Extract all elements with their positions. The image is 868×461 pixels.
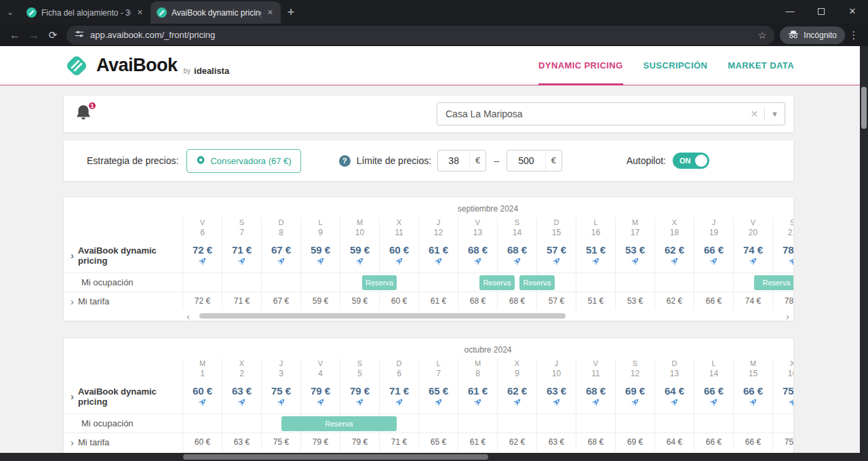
strategy-button[interactable]: Conservadora (67 €) [186,149,300,173]
dynamic-price-cell[interactable]: 63 € [537,379,576,414]
minimize-button[interactable]: — [774,0,806,22]
dynamic-price-cell[interactable]: 68 € [458,238,497,273]
avaibook-logo[interactable]: AvaiBook by idealista [63,52,229,79]
reserva-badge[interactable]: Reserva [281,416,397,431]
dynamic-price-cell[interactable]: 61 € [458,379,497,414]
nav-dynamic-pricing[interactable]: DYNAMIC PRICING [538,46,623,85]
help-icon[interactable]: ? [339,155,351,167]
vertical-scroll-thumb[interactable] [861,87,867,129]
reserva-badge[interactable]: Reserva [362,275,397,290]
dynamic-price-cell[interactable]: 75 € [773,379,793,414]
horizontal-scroll-thumb[interactable] [183,454,488,460]
nav-market-data[interactable]: MARKET DATA [728,46,794,85]
dynamic-price-cell[interactable]: 79 € [340,379,379,414]
property-select-value: Casa La Mariposa [446,108,523,119]
notifications-bell[interactable]: 1 [75,104,95,124]
dynamic-price-cell[interactable]: 62 € [655,238,694,273]
max-price-value[interactable]: 500 [507,155,545,166]
bookmark-star-icon[interactable]: ☆ [758,30,767,41]
dynamic-price-cell[interactable]: 74 € [734,238,772,273]
dynamic-price-cell[interactable]: 68 € [576,379,615,414]
close-icon[interactable]: ✕ [266,7,275,18]
close-icon[interactable]: ✕ [136,7,144,18]
dynamic-price-cell[interactable]: 59 € [301,238,340,273]
dynamic-price-cell[interactable]: 57 € [537,238,576,273]
url-text[interactable]: app.avaibook.com/_front/pricing [90,30,752,40]
day-column: X1862 €62 € [654,218,694,310]
dynamic-price-cell[interactable]: 51 € [576,238,615,273]
vertical-scrollbar[interactable] [860,46,868,461]
browser-tab-ficha[interactable]: Ficha del alojamiento - 368962 ✕ [20,1,151,24]
dynamic-price-cell[interactable]: 71 € [222,238,261,273]
dynamic-price-cell[interactable]: 59 € [340,238,379,273]
back-icon[interactable]: ← [5,26,24,45]
day-column: J375 €75 € [261,359,300,451]
dynamic-price-cell[interactable]: 62 € [498,379,536,414]
dynamic-price-cell[interactable]: 63 € [222,379,261,414]
dynamic-price-cell[interactable]: 79 € [301,379,340,414]
nav-suscripcion[interactable]: SUSCRIPCIÓN [644,46,708,85]
rocket-icon [709,397,719,407]
chevron-down-icon[interactable]: ▼ [771,110,778,118]
currency-suffix: € [469,151,486,171]
reload-icon[interactable]: ⟳ [43,26,62,45]
forward-icon[interactable]: → [24,26,43,45]
min-price-value[interactable]: 38 [438,155,469,166]
reserva-badge[interactable]: Reserva [479,275,515,290]
row-label-tarifa[interactable]: › Mi tarifa [64,292,182,310]
day-column: D1557 €57 € [536,218,576,310]
scroll-thumb[interactable] [199,313,566,319]
chevron-right-icon[interactable]: › [71,250,74,260]
dynamic-price-cell[interactable]: 68 € [498,238,536,273]
dynamic-price: 68 € [586,385,606,397]
day-number-label: 20 [734,227,772,238]
min-price-input[interactable]: 38 € [437,150,486,172]
row-label-dynamic-pricing[interactable]: › AvaiBook dynamic pricing [64,238,182,273]
autopilot-toggle[interactable]: ON [673,153,709,169]
dynamic-price-cell[interactable]: 64 € [655,379,694,414]
dynamic-price-cell[interactable]: 60 € [183,379,222,414]
dynamic-price-cell[interactable]: 69 € [616,379,654,414]
chevron-right-icon[interactable]: › [71,296,74,306]
close-window-button[interactable]: ✕ [837,0,868,22]
property-select[interactable]: Casa La Mariposa ✕ ▼ [437,102,785,125]
dynamic-price-cell[interactable]: 66 € [734,379,772,414]
day-column: X1675 €75 € [772,359,793,451]
max-price-input[interactable]: 500 € [507,150,562,172]
dynamic-price-cell[interactable]: 60 € [380,238,418,273]
maximize-button[interactable] [806,0,837,22]
dynamic-price-cell[interactable]: 75 € [262,379,300,414]
clear-icon[interactable]: ✕ [750,108,758,119]
url-bar[interactable]: app.avaibook.com/_front/pricing ☆ [66,26,774,45]
dynamic-price-cell[interactable]: 53 € [616,238,654,273]
dynamic-price-cell[interactable]: 67 € [262,238,300,273]
tarifa-price: 62 € [498,433,536,451]
new-tab-button[interactable]: + [281,2,301,22]
tarifa-price: 68 € [458,292,497,310]
browser-tab-dynamic-pricing[interactable]: AvaiBook dynamic pricing ✕ [151,1,281,24]
scroll-left-icon[interactable]: ‹ [186,311,190,321]
site-info-icon[interactable] [75,29,84,41]
chevron-right-icon[interactable]: › [71,437,74,447]
row-label-tarifa[interactable]: › Mi tarifa [64,433,182,451]
chevron-down-icon[interactable]: ⌄ [0,2,20,22]
chevron-right-icon[interactable]: › [71,391,74,401]
dynamic-price-cell[interactable]: 65 € [419,379,458,414]
day-of-week-label: M [183,359,222,368]
dynamic-price-cell[interactable]: 61 € [419,238,458,273]
dynamic-price-cell[interactable]: 72 € [183,238,222,273]
dynamic-price-cell[interactable]: 71 € [380,379,418,414]
dynamic-price-cell[interactable]: 66 € [694,379,733,414]
dynamic-price-cell[interactable]: 78 € [773,238,793,273]
dynamic-price-cell[interactable]: 66 € [694,238,733,273]
row-label-dynamic-pricing[interactable]: › AvaiBook dynamic pricing [64,379,182,414]
scroll-right-icon[interactable]: › [786,311,789,321]
reserva-badge[interactable]: Reserva [519,275,555,290]
reserva-badge[interactable]: Reserva [754,275,793,290]
scroll-track[interactable] [193,310,783,321]
horizontal-scrollbar[interactable] [0,453,860,461]
browser-menu-icon[interactable]: ⋮ [845,29,863,41]
tarifa-price: 59 € [340,292,379,310]
currency-suffix: € [545,151,561,171]
tarifa-price: 61 € [419,292,458,310]
